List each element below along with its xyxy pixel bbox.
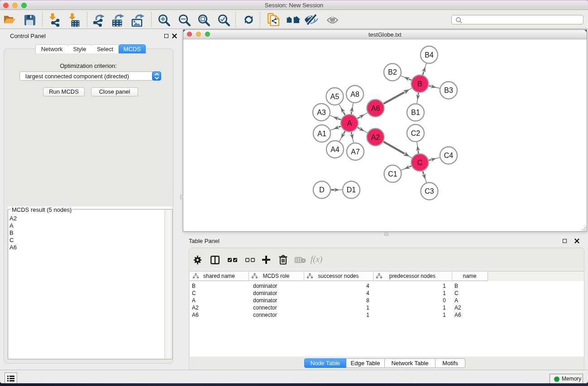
svg-text:B1: B1 <box>411 109 420 116</box>
svg-text:C1: C1 <box>388 170 397 178</box>
svg-text:A7: A7 <box>351 148 360 156</box>
svg-text:A6: A6 <box>371 105 380 112</box>
svg-text:B3: B3 <box>444 86 453 94</box>
svg-text:A2: A2 <box>371 133 380 141</box>
svg-text:A8: A8 <box>350 91 359 98</box>
svg-text:B2: B2 <box>388 68 397 76</box>
svg-text:A1: A1 <box>317 130 326 138</box>
svg-text:A: A <box>347 119 352 127</box>
svg-text:C2: C2 <box>411 129 421 137</box>
svg-text:A3: A3 <box>317 109 326 116</box>
svg-text:D: D <box>319 186 325 194</box>
svg-text:B4: B4 <box>425 51 434 59</box>
svg-text:B: B <box>417 80 422 88</box>
svg-text:C3: C3 <box>425 187 434 195</box>
svg-text:D1: D1 <box>347 186 356 194</box>
svg-text:A5: A5 <box>330 93 339 100</box>
svg-text:C4: C4 <box>444 152 454 159</box>
svg-text:C: C <box>417 159 423 167</box>
svg-text:A4: A4 <box>330 146 339 153</box>
